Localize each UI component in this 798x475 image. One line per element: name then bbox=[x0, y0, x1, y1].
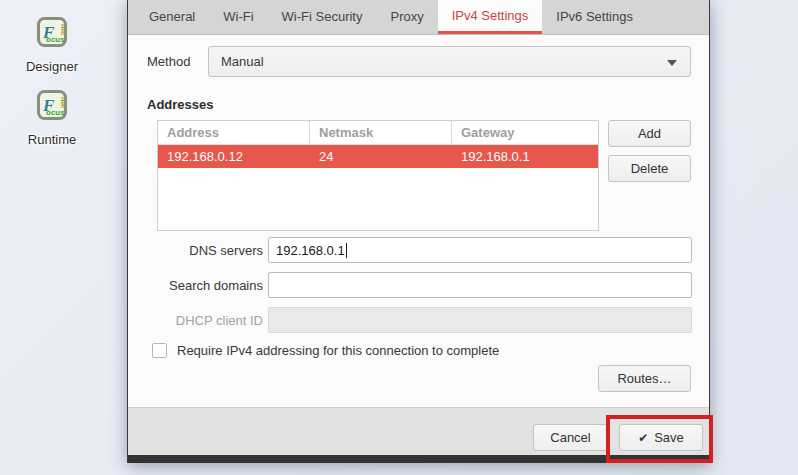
require-ipv4-checkbox[interactable] bbox=[152, 343, 167, 358]
window-bottom-edge bbox=[128, 455, 709, 463]
chevron-down-icon bbox=[667, 60, 677, 66]
desktop-icon-label: Designer bbox=[4, 59, 100, 74]
column-header-netmask[interactable]: Netmask bbox=[310, 121, 452, 144]
dialog-tabbar: General Wi-Fi Wi-Fi Security Proxy IPv4 … bbox=[128, 0, 709, 35]
desktop-icon-label: Runtime bbox=[4, 132, 100, 147]
checkmark-icon: ✔ bbox=[638, 431, 648, 445]
dns-servers-value: 192.168.0.1 bbox=[276, 243, 345, 258]
tab-proxy[interactable]: Proxy bbox=[376, 0, 437, 34]
method-dropdown-value: Manual bbox=[221, 54, 264, 69]
cell-address: 192.168.0.12 bbox=[158, 145, 310, 168]
svg-text:ocus: ocus bbox=[46, 35, 65, 44]
network-connection-dialog: General Wi-Fi Wi-Fi Security Proxy IPv4 … bbox=[127, 0, 710, 463]
require-ipv4-checkbox-label: Require IPv4 addressing for this connect… bbox=[177, 343, 499, 358]
tab-ipv6-settings[interactable]: IPv6 Settings bbox=[542, 0, 647, 34]
column-header-address[interactable]: Address bbox=[158, 121, 310, 144]
table-row[interactable]: 192.168.0.12 24 192.168.0.1 bbox=[158, 145, 598, 168]
svg-text:ocus: ocus bbox=[46, 108, 65, 117]
dns-servers-input[interactable]: 192.168.0.1 bbox=[268, 237, 692, 263]
addresses-table[interactable]: Address Netmask Gateway 192.168.0.12 24 … bbox=[157, 120, 599, 231]
dns-servers-label: DNS servers bbox=[128, 243, 263, 258]
svg-text:HMI: HMI bbox=[60, 24, 66, 35]
dhcp-client-id-label: DHCP client ID bbox=[128, 313, 263, 328]
addresses-section-label: Addresses bbox=[147, 97, 213, 112]
routes-button[interactable]: Routes… bbox=[598, 365, 691, 392]
tab-general[interactable]: General bbox=[135, 0, 209, 34]
desktop-icon-runtime[interactable]: F ocus HMI Runtime bbox=[4, 90, 100, 147]
save-button-label: Save bbox=[654, 430, 684, 445]
add-button[interactable]: Add bbox=[608, 120, 691, 147]
desktop-icon-designer[interactable]: F ocus HMI Designer bbox=[4, 17, 100, 74]
cell-netmask: 24 bbox=[310, 145, 452, 168]
focus-hmi-logo-icon: F ocus HMI bbox=[37, 90, 67, 120]
search-domains-input[interactable] bbox=[268, 272, 692, 298]
save-button[interactable]: ✔Save bbox=[619, 424, 703, 451]
search-domains-label: Search domains bbox=[128, 278, 263, 293]
cancel-button[interactable]: Cancel bbox=[533, 424, 608, 451]
method-label: Method bbox=[147, 54, 190, 69]
addresses-table-header: Address Netmask Gateway bbox=[158, 121, 598, 145]
tab-wifi[interactable]: Wi-Fi bbox=[209, 0, 267, 34]
tab-wifi-security[interactable]: Wi-Fi Security bbox=[268, 0, 377, 34]
dhcp-client-id-input bbox=[268, 307, 692, 333]
delete-button[interactable]: Delete bbox=[608, 155, 691, 182]
svg-text:HMI: HMI bbox=[60, 97, 66, 108]
tab-ipv4-settings[interactable]: IPv4 Settings bbox=[438, 0, 543, 34]
cell-gateway: 192.168.0.1 bbox=[452, 145, 598, 168]
focus-hmi-logo-icon: F ocus HMI bbox=[37, 17, 67, 47]
text-caret bbox=[346, 243, 347, 258]
method-dropdown[interactable]: Manual bbox=[208, 46, 691, 77]
column-header-gateway[interactable]: Gateway bbox=[452, 121, 598, 144]
